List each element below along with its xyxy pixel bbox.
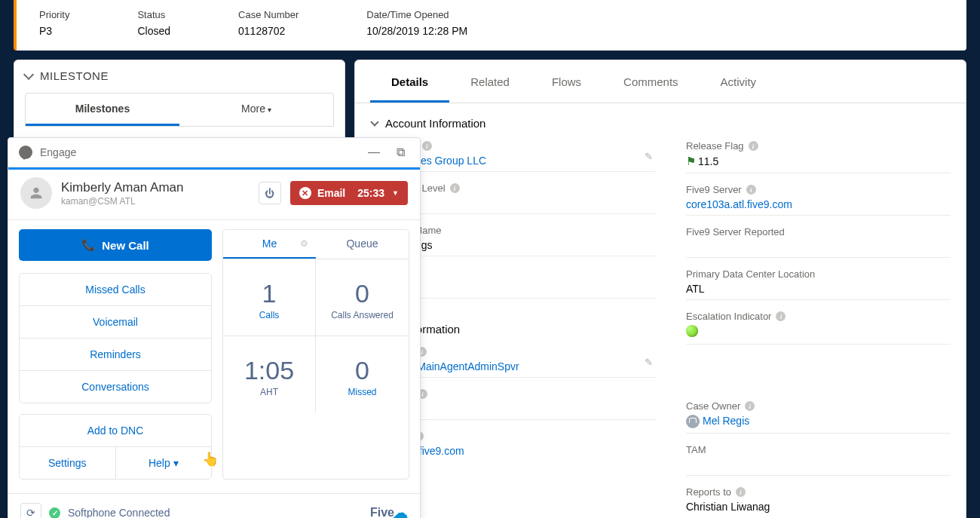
milestone-title: MILESTONE: [40, 69, 109, 82]
case-number-value: 01128702: [238, 25, 299, 37]
case-owner-field: Case Owneri Mel Regis: [686, 400, 951, 434]
data-center-field: Primary Data Center Location ATL: [686, 268, 951, 300]
server-link[interactable]: core103a.atl.five9.com: [686, 198, 951, 210]
stat-aht: 1:05 AHT: [223, 336, 316, 412]
detail-right-column: Release Flagi ⚑11.5 Five9 Serveri core10…: [686, 140, 951, 518]
support-level-field: upport Leveli n: [391, 182, 656, 214]
new-call-button[interactable]: 📞 New Call: [19, 229, 212, 261]
server-reported-field: Five9 Server Reported: [686, 226, 951, 258]
tab-activity[interactable]: Activity: [700, 60, 778, 103]
minimize-button[interactable]: —: [363, 146, 384, 159]
contact-name-field: lamei orley MainAgentAdminSpvr ✎: [391, 346, 656, 378]
caret-down-icon: ▾: [173, 457, 179, 469]
five9-server-field: Five9 Serveri core103a.atl.five9.com: [686, 184, 951, 216]
chat-bubble-icon: [19, 146, 32, 159]
datetime-value: 10/28/2019 12:28 PM: [366, 25, 467, 37]
domain-name-field: main Name Holdings: [391, 225, 656, 256]
avatar-icon: [686, 415, 700, 428]
contact-email-link[interactable]: rley@five9.com: [391, 445, 656, 457]
stats-tab-me[interactable]: Me ⚙: [223, 230, 316, 259]
case-number-label: Case Number: [238, 9, 299, 20]
status-label: Status: [137, 9, 170, 20]
info-icon[interactable]: i: [736, 487, 746, 497]
contact-phone-field: honei: [391, 388, 656, 420]
engage-panel: Engage — ⧉ Kimberly Aman Aman kaman@CSM …: [8, 137, 421, 518]
phone-icon: 📞: [81, 238, 96, 252]
chevron-down-icon: [23, 69, 34, 79]
info-icon[interactable]: i: [776, 311, 786, 321]
stat-answered: 0 Calls Answered: [316, 259, 409, 336]
tab-related[interactable]: Related: [449, 60, 531, 103]
detail-panel: Details Related Flows Comments Activity …: [354, 60, 966, 518]
conversations-button[interactable]: Conversations: [20, 371, 211, 403]
avatar-icon: [20, 177, 52, 209]
softphone-status: Softphone Connected: [68, 507, 170, 518]
help-button[interactable]: Help ▾: [116, 447, 212, 479]
gear-icon[interactable]: ⚙: [300, 238, 308, 249]
add-to-dnc-button[interactable]: Add to DNC: [20, 415, 211, 447]
contact-name-link[interactable]: orley MainAgentAdminSpvr: [391, 360, 656, 372]
voicemail-button[interactable]: Voicemail: [20, 306, 211, 339]
detail-tabs: Details Related Flows Comments Activity: [355, 60, 966, 103]
engage-title: Engage: [40, 146, 356, 158]
agent-header: Kimberly Aman Aman kaman@CSM ATL ⏻ ✕ Ema…: [8, 170, 420, 220]
refresh-button[interactable]: ⟳: [20, 503, 41, 518]
flag-icon: ⚑: [686, 155, 696, 168]
milestone-tabs: Milestones More▾: [25, 93, 334, 127]
owner-link[interactable]: Mel Regis: [686, 415, 951, 428]
missed-calls-button[interactable]: Missed Calls: [20, 274, 211, 306]
popout-button[interactable]: ⧉: [392, 146, 409, 159]
info-icon[interactable]: i: [749, 141, 758, 151]
reminders-button[interactable]: Reminders: [20, 339, 211, 371]
case-summary-bar: Priority P3 Status Closed Case Number 01…: [14, 0, 966, 51]
datetime-field: Date/Time Opened 10/28/2019 12:28 PM: [366, 9, 467, 37]
agent-sub: kaman@CSM ATL: [61, 196, 250, 207]
tab-comments[interactable]: Comments: [602, 60, 700, 103]
tab-milestones[interactable]: Milestones: [26, 93, 179, 126]
status-dot-icon: [686, 325, 698, 337]
actions-column: 📞 New Call Missed Calls Voicemail Remind…: [19, 229, 212, 480]
tab-details[interactable]: Details: [370, 60, 449, 103]
info-icon[interactable]: i: [745, 401, 755, 411]
pencil-icon[interactable]: ✎: [645, 357, 653, 368]
caret-down-icon: ▾: [268, 106, 271, 114]
agent-name: Kimberly Aman Aman: [61, 180, 250, 195]
status-email-button[interactable]: ✕ Email 25:33 ▼: [290, 181, 408, 205]
caret-down-icon: ▼: [392, 189, 399, 197]
status-field: Status Closed: [137, 9, 170, 37]
settings-button[interactable]: Settings: [20, 447, 116, 479]
section-account-info[interactable]: Account Information: [355, 103, 966, 140]
chevron-down-icon: [370, 118, 378, 126]
status-timer: 25:33: [357, 187, 384, 199]
power-button[interactable]: ⏻: [259, 182, 281, 204]
stat-missed: 0 Missed: [316, 336, 409, 412]
stat-calls: 1 Calls: [223, 259, 316, 336]
close-icon: ✕: [299, 187, 311, 199]
info-icon[interactable]: i: [450, 183, 460, 193]
priority-label: Priority: [39, 9, 69, 20]
status-ok-icon: ✓: [49, 507, 60, 519]
priority-value: P3: [39, 25, 69, 37]
reports-to-field: Reports toi Christian Liwanag: [686, 486, 951, 518]
info-icon[interactable]: i: [422, 141, 432, 151]
ts-field: tsi: [391, 267, 656, 299]
account-name-link[interactable]: Services Group LLC: [391, 155, 656, 167]
info-icon[interactable]: i: [746, 185, 756, 195]
priority-field: Priority P3: [39, 9, 69, 37]
tab-more[interactable]: More▾: [179, 93, 333, 126]
stats-tab-queue[interactable]: Queue: [316, 230, 409, 259]
status-value: Closed: [137, 25, 170, 37]
engage-title-bar[interactable]: Engage — ⧉: [8, 138, 420, 167]
tab-flows[interactable]: Flows: [531, 60, 602, 103]
milestone-header[interactable]: MILESTONE: [25, 69, 334, 82]
tam-field: TAM: [686, 444, 951, 476]
account-name-field: Namei Services Group LLC ✎: [391, 140, 656, 172]
engage-footer: ⟳ ✓ Softphone Connected Five☁: [8, 493, 420, 518]
five9-logo: Five☁: [370, 504, 408, 518]
pencil-icon[interactable]: ✎: [645, 151, 653, 162]
contact-email-field: maili rley@five9.com: [391, 431, 656, 462]
detail-left-column: Namei Services Group LLC ✎ upport Leveli…: [391, 140, 656, 518]
escalation-field: Escalation Indicatori: [686, 311, 951, 345]
stats-column: Me ⚙ Queue 1 Calls 0 Calls Answered 1:05…: [222, 229, 409, 480]
release-flag-field: Release Flagi ⚑11.5: [686, 140, 951, 173]
